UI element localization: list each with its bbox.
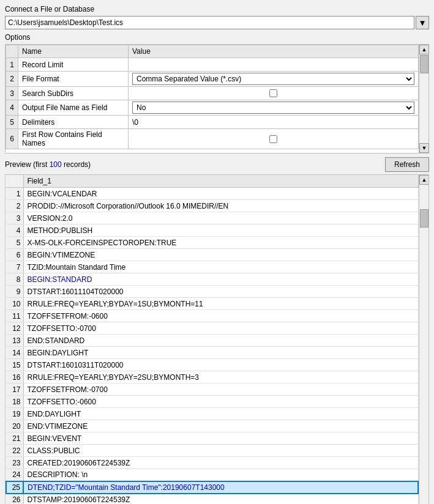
- options-row-name: Delimiters: [18, 116, 129, 129]
- preview-row-num: 8: [6, 273, 23, 286]
- preview-row[interactable]: 8BEGIN:STANDARD: [6, 273, 418, 286]
- preview-count: 100: [50, 160, 62, 169]
- preview-row-value: BEGIN:STANDARD: [23, 273, 418, 286]
- options-row-name: File Format: [18, 72, 129, 87]
- options-select[interactable]: Comma Separated Value (*.csv): [132, 73, 414, 85]
- preview-row[interactable]: 12TZOFFSETTO:-0700: [6, 322, 418, 335]
- preview-row[interactable]: 21BEGIN:VEVENT: [6, 432, 418, 445]
- preview-row-value: RRULE:FREQ=YEARLY;BYDAY=2SU;BYMONTH=3: [23, 371, 418, 384]
- options-label: Options: [5, 33, 429, 42]
- preview-row[interactable]: 2PRODID:-//Microsoft Corporation//Outloo…: [6, 200, 418, 212]
- preview-row-num: 2: [6, 200, 23, 212]
- preview-row-value: BEGIN:VCALENDAR: [23, 188, 418, 200]
- options-scroll-thumb[interactable]: [420, 55, 428, 73]
- options-row-value[interactable]: [129, 87, 419, 100]
- preview-table-wrapper: Field_1 1BEGIN:VCALENDAR2PRODID:-//Micro…: [5, 174, 429, 504]
- options-row-value[interactable]: [129, 129, 419, 149]
- options-checkbox[interactable]: [269, 135, 277, 143]
- preview-row-value: END:DAYLIGHT: [23, 408, 418, 420]
- options-row: 1Record Limit: [6, 58, 419, 72]
- preview-row[interactable]: 25DTEND;TZID="Mountain Standard Time":20…: [6, 481, 418, 494]
- dialog-title: Connect a File or Database: [5, 5, 429, 13]
- preview-row-num: 13: [6, 335, 23, 347]
- file-path-row: ▼: [5, 16, 429, 29]
- preview-scroll-thumb[interactable]: [420, 209, 428, 228]
- preview-row-num: 15: [6, 359, 23, 371]
- preview-row-num: 20: [6, 420, 23, 432]
- options-scroll-down[interactable]: ▼: [419, 143, 429, 153]
- preview-row-value: BEGIN:VTIMEZONE: [23, 249, 418, 261]
- options-row-value: \0: [129, 116, 419, 129]
- options-table: Name Value 1Record Limit2File FormatComm…: [6, 45, 419, 149]
- preview-row[interactable]: 24DESCRIPTION: \n: [6, 469, 418, 481]
- preview-row[interactable]: 18TZOFFSETTO:-0600: [6, 396, 418, 408]
- options-row: 3Search SubDirs: [6, 87, 419, 100]
- preview-header: Preview (first 100 records) Refresh: [5, 157, 429, 172]
- preview-row-value: BEGIN:DAYLIGHT: [23, 347, 418, 359]
- refresh-button[interactable]: Refresh: [385, 157, 429, 172]
- preview-row[interactable]: 3VERSION:2.0: [6, 212, 418, 224]
- options-row-name: Output File Name as Field: [18, 100, 129, 116]
- dropdown-arrow-icon: ▼: [418, 18, 426, 28]
- preview-label-text: Preview (first: [5, 160, 50, 169]
- preview-row[interactable]: 15DTSTART:16010311T020000: [6, 359, 418, 371]
- preview-row-num: 18: [6, 396, 23, 408]
- preview-row[interactable]: 26DTSTAMP:20190606T224539Z: [6, 494, 418, 505]
- options-row-num: 4: [6, 100, 18, 116]
- preview-row[interactable]: 17TZOFFSETFROM:-0700: [6, 384, 418, 396]
- preview-row[interactable]: 9DTSTART:16011104T020000: [6, 286, 418, 298]
- main-container: Connect a File or Database ▼ Options Nam…: [0, 0, 434, 504]
- preview-row-num: 25: [6, 481, 23, 494]
- options-row-name: Search SubDirs: [18, 87, 129, 100]
- options-header-name: Name: [18, 45, 129, 58]
- file-path-input[interactable]: [5, 16, 414, 29]
- preview-row[interactable]: 6BEGIN:VTIMEZONE: [6, 249, 418, 261]
- preview-row[interactable]: 1BEGIN:VCALENDAR: [6, 188, 418, 200]
- options-row-value[interactable]: No: [129, 100, 419, 116]
- options-row: 2File FormatComma Separated Value (*.csv…: [6, 72, 419, 87]
- preview-row[interactable]: 23CREATED:20190606T224539Z: [6, 457, 418, 469]
- options-scrollbar[interactable]: ▲ ▼: [419, 45, 428, 153]
- preview-scroll-track: [419, 185, 428, 504]
- preview-row-value: RRULE:FREQ=YEARLY;BYDAY=1SU;BYMONTH=11: [23, 298, 418, 310]
- preview-row[interactable]: 10RRULE:FREQ=YEARLY;BYDAY=1SU;BYMONTH=11: [6, 298, 418, 310]
- preview-row[interactable]: 20END:VTIMEZONE: [6, 420, 418, 432]
- preview-row-num: 21: [6, 432, 23, 445]
- preview-row-num: 14: [6, 347, 23, 359]
- preview-row[interactable]: 7TZID:Mountain Standard Time: [6, 261, 418, 273]
- preview-row[interactable]: 11TZOFFSETFROM:-0600: [6, 310, 418, 322]
- options-select[interactable]: No: [132, 102, 414, 114]
- preview-row-num: 5: [6, 237, 23, 249]
- preview-scrollbar[interactable]: ▲ ▼: [419, 175, 428, 504]
- preview-row-value: METHOD:PUBLISH: [23, 224, 418, 237]
- preview-row-num: 24: [6, 469, 23, 481]
- preview-row[interactable]: 4METHOD:PUBLISH: [6, 224, 418, 237]
- options-header-value: Value: [129, 45, 419, 58]
- preview-row[interactable]: 13END:STANDARD: [6, 335, 418, 347]
- preview-row-value: BEGIN:VEVENT: [23, 432, 418, 445]
- preview-row-num: 16: [6, 371, 23, 384]
- options-scroll-up[interactable]: ▲: [419, 45, 429, 54]
- preview-row-value: X-MS-OLK-FORCEINSPECTOROPEN:TRUE: [23, 237, 418, 249]
- options-checkbox[interactable]: [269, 89, 277, 97]
- preview-row[interactable]: 14BEGIN:DAYLIGHT: [6, 347, 418, 359]
- preview-row-num: 10: [6, 298, 23, 310]
- preview-row[interactable]: 5X-MS-OLK-FORCEINSPECTOROPEN:TRUE: [6, 237, 418, 249]
- options-header-num: [6, 45, 18, 58]
- preview-scroll-up[interactable]: ▲: [419, 175, 429, 185]
- preview-row-num: 23: [6, 457, 23, 469]
- preview-row-num: 12: [6, 322, 23, 335]
- preview-row-value: TZOFFSETTO:-0700: [23, 322, 418, 335]
- preview-row-value: PRODID:-//Microsoft Corporation//Outlook…: [23, 200, 418, 212]
- options-row-value: [129, 58, 419, 72]
- preview-row-value: DTSTAMP:20190606T224539Z: [23, 494, 418, 505]
- preview-row[interactable]: 16RRULE:FREQ=YEARLY;BYDAY=2SU;BYMONTH=3: [6, 371, 418, 384]
- preview-row[interactable]: 22CLASS:PUBLIC: [6, 445, 418, 457]
- preview-label-end: records): [62, 160, 91, 169]
- preview-row[interactable]: 19END:DAYLIGHT: [6, 408, 418, 420]
- preview-table-scroll[interactable]: Field_1 1BEGIN:VCALENDAR2PRODID:-//Micro…: [6, 175, 419, 504]
- preview-row-num: 4: [6, 224, 23, 237]
- options-row-value[interactable]: Comma Separated Value (*.csv): [129, 72, 419, 87]
- preview-row-value: END:VTIMEZONE: [23, 420, 418, 432]
- file-path-dropdown-btn[interactable]: ▼: [416, 16, 429, 29]
